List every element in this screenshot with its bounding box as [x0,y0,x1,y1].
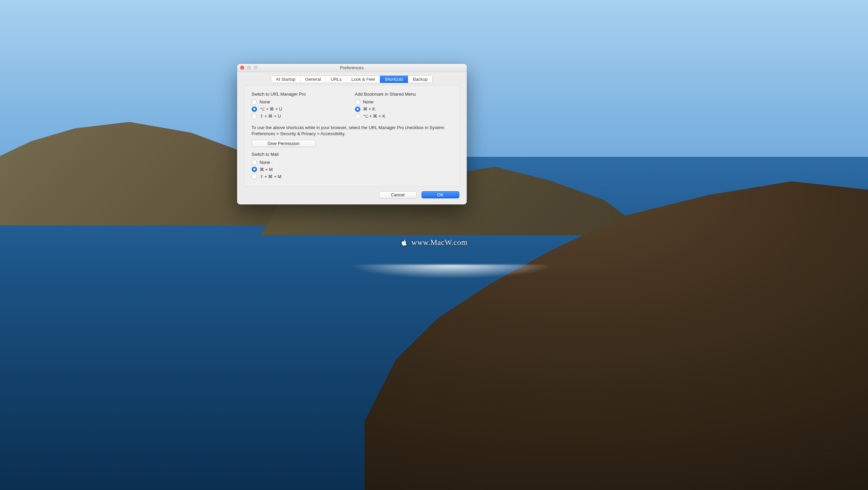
radio-label: ⌥ + ⌘ + U [260,106,282,112]
shortcuts-panel: Switch to URL Manager Pro None ⌥ + ⌘ + U… [244,85,460,187]
group-title-switch-ump: Switch to URL Manager Pro [252,92,349,97]
window-title: Preferences [340,65,364,70]
tab-backup[interactable]: Backup [408,76,432,83]
window-zoom-button[interactable] [254,66,258,70]
tab-shortcuts[interactable]: Shortcuts [380,76,408,83]
radio-label: ⌥ + ⌘ + K [363,114,385,119]
radio-mail-shift-cmd-m[interactable]: ⇧ + ⌘ + M [252,174,452,179]
radio-label: None [363,99,374,104]
cancel-button[interactable]: Cancel [379,191,417,198]
group-title-add-bookmark: Add Bookmark in Shared Menu [355,92,452,97]
tab-urls[interactable]: URLs [326,76,347,83]
radio-icon [355,114,360,119]
radio-ump-opt-cmd-u[interactable]: ⌥ + ⌘ + U [252,106,349,112]
preferences-window: Preferences At Startup General URLs Look… [237,64,467,205]
radio-icon [252,167,257,172]
radio-label: ⇧ + ⌘ + U [260,114,281,119]
radio-icon [252,114,257,119]
group-title-switch-mail: Switch to Mail [252,152,452,157]
radio-label: None [260,99,270,104]
radio-bookmark-opt-cmd-k[interactable]: ⌥ + ⌘ + K [355,114,452,119]
radio-bookmark-none[interactable]: None [355,99,452,105]
radio-label: ⌘ + K [363,106,376,112]
radio-icon [355,99,360,105]
tab-at-startup[interactable]: At Startup [271,76,301,83]
radio-ump-none[interactable]: None [252,99,349,105]
tab-general[interactable]: General [301,76,326,83]
dialog-footer: Cancel OK [237,191,467,204]
radio-mail-cmd-m[interactable]: ⌘ + M [252,167,452,172]
window-titlebar[interactable]: Preferences [237,64,467,72]
radio-icon [252,160,257,165]
accessibility-note: To use the above shortcuts while in your… [252,125,452,138]
radio-label: None [260,160,270,165]
radio-bookmark-cmd-k[interactable]: ⌘ + K [355,106,452,112]
radio-icon [252,106,257,112]
give-permission-button[interactable]: Give Permission [252,140,316,147]
radio-icon [252,99,257,105]
window-close-button[interactable] [240,66,244,70]
window-minimize-button[interactable] [247,66,251,70]
radio-label: ⌘ + M [260,167,273,172]
tab-look-feel[interactable]: Look & Feel [347,76,380,83]
ok-button[interactable]: OK [422,191,459,198]
radio-icon [355,106,360,112]
radio-icon [252,174,257,179]
preferences-tabs: At Startup General URLs Look & Feel Shor… [271,75,433,83]
radio-ump-shift-cmd-u[interactable]: ⇧ + ⌘ + U [252,114,349,119]
radio-mail-none[interactable]: None [252,160,452,165]
group-add-bookmark: Add Bookmark in Shared Menu None ⌘ + K ⌥… [355,92,452,121]
group-switch-ump: Switch to URL Manager Pro None ⌥ + ⌘ + U… [252,92,349,121]
radio-label: ⇧ + ⌘ + M [260,174,281,179]
